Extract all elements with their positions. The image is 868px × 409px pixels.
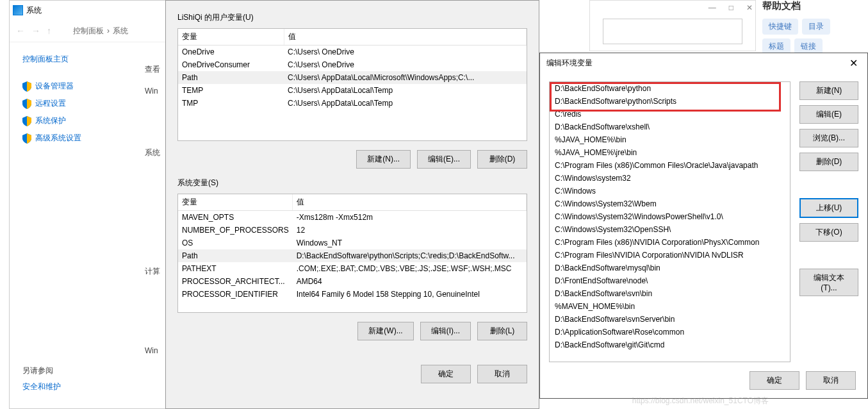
path-entries-list[interactable]: D:\BackEndSoftware\pythonD:\BackEndSoftw…	[549, 81, 790, 362]
list-item[interactable]: D:\ApplicationSoftware\Rose\common	[550, 326, 790, 338]
new-button[interactable]: 新建(N)	[799, 81, 858, 100]
dialog-titlebar[interactable]: 编辑环境变量 ✕	[540, 53, 867, 72]
table-row[interactable]: PathC:\Users\ AppData\Local\Microsoft\Wi…	[178, 71, 527, 84]
delete-user-var-button[interactable]: 删除(D)	[477, 150, 527, 169]
list-item[interactable]: C:\Windows\System32\WindowsPowerShell\v1…	[550, 210, 790, 223]
table-row[interactable]: PathD:\BackEndSoftware\python\Scripts;C:…	[178, 249, 527, 262]
new-user-var-button[interactable]: 新建(N)...	[356, 150, 411, 169]
list-item[interactable]: C:\Program Files\NVIDIA Corporation\NVID…	[550, 249, 790, 262]
titlebar: 系统	[10, 1, 165, 20]
security-link[interactable]: 安全和维护	[22, 381, 61, 392]
ok-button[interactable]: 确定	[749, 371, 799, 390]
list-item[interactable]: %MAVEN_HOME%\bin	[550, 300, 790, 313]
table-row[interactable]: OneDriveC:\Users\ OneDrive	[178, 46, 527, 59]
user-vars-table[interactable]: 变量 值 OneDriveC:\Users\ OneDrive OneDrive…	[177, 28, 527, 141]
maximize-icon[interactable]: □	[729, 3, 733, 12]
list-item[interactable]: D:\BackEndSoftware\xshell\	[550, 121, 790, 133]
col-header-value[interactable]: 值	[284, 29, 527, 46]
system-icon	[58, 26, 67, 35]
shield-icon	[22, 133, 31, 144]
list-item[interactable]: %JAVA_HOME%\jre\bin	[550, 146, 790, 159]
content-fragment: Win	[145, 87, 164, 96]
forward-arrow-icon: →	[31, 26, 40, 36]
list-item[interactable]: D:\FrontEndSoftware\node\	[550, 274, 790, 287]
list-item[interactable]: C:\Program Files (x86)\NVIDIA Corporatio…	[550, 236, 790, 249]
table-row[interactable]: MAVEN_OPTS-Xms128m -Xmx512m	[178, 211, 527, 224]
control-panel-window: 系统 ← → ↑ 控制面板 › 系统 控制面板主页 设备管理器 远程设置 系统保…	[9, 0, 166, 409]
cancel-button[interactable]: 取消	[477, 365, 527, 383]
sidebar-item-remote[interactable]: 远程设置	[22, 95, 152, 112]
list-item[interactable]: D:\BackEndSoftware\svnServer\bin	[550, 313, 790, 326]
see-also-label: 另请参阅	[22, 365, 61, 376]
sidebar-item-protection[interactable]: 系统保护	[22, 112, 152, 129]
watermark: https://blog.csdn.net/weixin_51CTO博客	[632, 396, 769, 406]
content-fragment: 计算	[145, 266, 164, 277]
list-item[interactable]: D:\BackEndSoftware\git\Git\cmd	[550, 338, 790, 351]
sys-vars-table[interactable]: 变量 值 MAVEN_OPTS-Xms128m -Xmx512m NUMBER_…	[177, 194, 527, 313]
minimize-icon[interactable]: —	[708, 3, 716, 12]
sidebar-item-label: 系统保护	[35, 115, 66, 126]
move-up-button[interactable]: 上移(U)	[799, 198, 858, 218]
background-window: — □ ✕	[589, 0, 756, 51]
list-item[interactable]: %JAVA_HOME%\bin	[550, 133, 790, 146]
table-row[interactable]: TEMPC:\Users\ AppData\Local\Temp	[178, 84, 527, 97]
sys-vars-label: 系统变量(S)	[177, 178, 527, 188]
edit-user-var-button[interactable]: 编辑(E)...	[417, 150, 471, 169]
list-item[interactable]: D:\BackEndSoftware\python\Scripts	[550, 95, 790, 108]
table-row[interactable]: OSWindows_NT	[178, 237, 527, 249]
window-title: 系统	[26, 5, 42, 16]
sidebar-item-label: 高级系统设置	[35, 133, 81, 144]
list-item[interactable]: D:\BackEndSoftware\svn\bin	[550, 287, 790, 300]
table-row[interactable]: TMPC:\Users\ AppData\Local\Temp	[178, 97, 527, 110]
list-item[interactable]: C:\Program Files (x86)\Common Files\Orac…	[550, 159, 790, 172]
sidebar: 控制面板主页 设备管理器 远程设置 系统保护 高级系统设置 另请参阅 安全和维护	[10, 42, 165, 158]
list-item[interactable]: C:\Windows\System32\OpenSSH\	[550, 223, 790, 236]
new-sys-var-button[interactable]: 新建(W)...	[357, 322, 413, 340]
content-fragment: 系统	[145, 147, 164, 158]
environment-variables-dialog: LiShiQi 的用户变量(U) 变量 值 OneDriveC:\Users\ …	[165, 0, 539, 409]
tag[interactable]: 快捷键	[762, 19, 798, 35]
edit-text-button[interactable]: 编辑文本(T)...	[799, 269, 858, 296]
col-header-variable[interactable]: 变量	[178, 194, 293, 211]
up-arrow-icon[interactable]: ↑	[47, 26, 51, 36]
user-vars-label: LiShiQi 的用户变量(U)	[177, 12, 527, 23]
content-fragment: Win	[145, 346, 164, 355]
delete-sys-var-button[interactable]: 删除(L)	[477, 322, 527, 340]
move-down-button[interactable]: 下移(O)	[799, 223, 858, 242]
edit-env-var-dialog: 编辑环境变量 ✕ D:\BackEndSoftware\pythonD:\Bac…	[539, 53, 868, 399]
list-item[interactable]: C:\Windows	[550, 185, 790, 197]
sidebar-item-advanced[interactable]: 高级系统设置	[22, 129, 152, 147]
control-panel-home-link[interactable]: 控制面板主页	[22, 54, 152, 65]
help-title: 帮助文档	[756, 0, 868, 12]
col-header-value[interactable]: 值	[293, 194, 527, 211]
list-item[interactable]: C:\Windows\system32	[550, 172, 790, 185]
browse-button[interactable]: 浏览(B)...	[799, 129, 858, 147]
list-item[interactable]: D:\BackEndSoftware\mysql\bin	[550, 262, 790, 274]
close-icon[interactable]: ✕	[846, 57, 861, 69]
shield-icon	[22, 81, 31, 92]
content-fragment: 查看	[145, 64, 164, 75]
table-row[interactable]: PATHEXT.COM;.EXE;.BAT;.CMD;.VBS;.VBE;.JS…	[178, 262, 527, 275]
table-row[interactable]: OneDriveConsumerC:\Users\ OneDrive	[178, 58, 527, 71]
col-header-variable[interactable]: 变量	[178, 29, 284, 46]
table-row[interactable]: PROCESSOR_IDENTIFIERIntel64 Family 6 Mod…	[178, 288, 527, 301]
sidebar-item-device-manager[interactable]: 设备管理器	[22, 78, 152, 95]
list-item[interactable]: C:\redis	[550, 108, 790, 121]
table-row[interactable]: PROCESSOR_ARCHITECT...AMD64	[178, 275, 527, 288]
list-item[interactable]: C:\Windows\System32\Wbem	[550, 197, 790, 210]
delete-button[interactable]: 删除(D)	[799, 153, 858, 171]
cancel-button[interactable]: 取消	[806, 371, 856, 390]
shield-icon	[22, 99, 31, 109]
edit-sys-var-button[interactable]: 编辑(I)...	[420, 322, 471, 340]
list-item[interactable]: D:\BackEndSoftware\python	[550, 82, 790, 95]
ok-button[interactable]: 确定	[421, 365, 471, 383]
close-icon[interactable]: ✕	[746, 3, 753, 12]
breadcrumb[interactable]: 控制面板 › 系统	[73, 26, 128, 37]
sidebar-item-label: 远程设置	[35, 98, 66, 109]
back-arrow-icon[interactable]: ←	[16, 26, 25, 36]
system-icon	[13, 5, 23, 15]
edit-button[interactable]: 编辑(E)	[799, 105, 858, 124]
nav-bar: ← → ↑ 控制面板 › 系统	[10, 20, 165, 42]
table-row[interactable]: NUMBER_OF_PROCESSORS12	[178, 224, 527, 237]
tag[interactable]: 目录	[802, 19, 830, 35]
